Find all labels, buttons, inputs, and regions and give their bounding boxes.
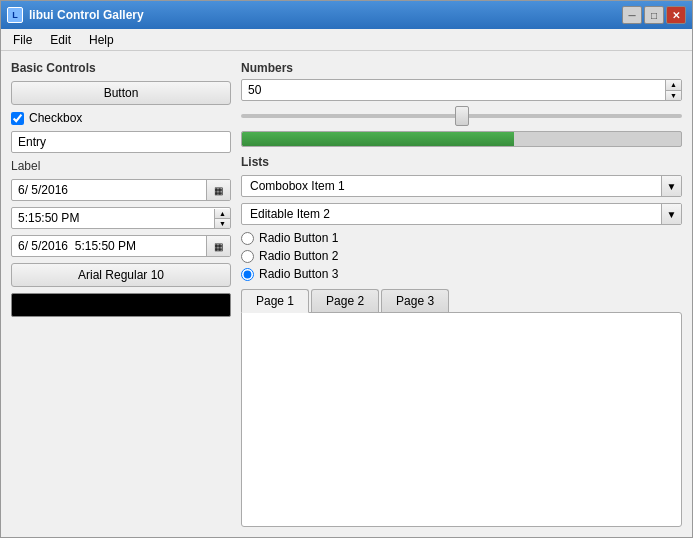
tab-content: [241, 312, 682, 527]
datetime-picker-button[interactable]: ▦: [206, 236, 230, 256]
entry-input[interactable]: [11, 131, 231, 153]
color-picker[interactable]: [11, 293, 231, 317]
number-spinner: ▲ ▼: [241, 79, 682, 101]
radio-group: Radio Button 1 Radio Button 2 Radio Butt…: [241, 231, 682, 281]
time-up-button[interactable]: ▲: [215, 209, 230, 219]
number-down-button[interactable]: ▼: [666, 91, 681, 101]
minimize-button[interactable]: ─: [622, 6, 642, 24]
combobox-value: Combobox Item 1: [242, 176, 661, 196]
progress-bar: [242, 132, 514, 146]
title-bar: L libui Control Gallery ─ □ ✕: [1, 1, 692, 29]
checkbox-label: Checkbox: [29, 111, 82, 125]
date-input[interactable]: [12, 180, 206, 200]
time-input[interactable]: [12, 208, 214, 228]
number-up-button[interactable]: ▲: [666, 80, 681, 91]
radio-button-1[interactable]: [241, 232, 254, 245]
radio-row-1: Radio Button 1: [241, 231, 682, 245]
checkbox-input[interactable]: [11, 112, 24, 125]
tab-page3[interactable]: Page 3: [381, 289, 449, 312]
button-control[interactable]: Button: [11, 81, 231, 105]
slider[interactable]: [241, 114, 682, 118]
slider-container: [241, 105, 682, 127]
datetime-input[interactable]: [12, 236, 206, 256]
app-icon: L: [7, 7, 23, 23]
lists-label: Lists: [241, 155, 682, 169]
radio-row-2: Radio Button 2: [241, 249, 682, 263]
menu-file[interactable]: File: [5, 31, 40, 49]
editable-combobox-arrow-icon[interactable]: ▼: [661, 204, 681, 224]
tabs-section: Page 1 Page 2 Page 3: [241, 289, 682, 527]
radio-button-3[interactable]: [241, 268, 254, 281]
font-picker-button[interactable]: Arial Regular 10: [11, 263, 231, 287]
menu-help[interactable]: Help: [81, 31, 122, 49]
window-title: libui Control Gallery: [29, 8, 144, 22]
progress-bar-container: [241, 131, 682, 147]
static-label: Label: [11, 159, 231, 173]
right-panel: Numbers ▲ ▼ Lists: [241, 61, 682, 527]
tab-bar: Page 1 Page 2 Page 3: [241, 289, 682, 312]
numbers-section: Numbers ▲ ▼: [241, 61, 682, 147]
close-button[interactable]: ✕: [666, 6, 686, 24]
main-content: Basic Controls Button Checkbox Label ▦ ▲…: [1, 51, 692, 537]
title-bar-buttons: ─ □ ✕: [622, 6, 686, 24]
editable-combobox: ▼: [241, 203, 682, 225]
number-spinner-input[interactable]: [242, 80, 665, 100]
time-spinner: ▲ ▼: [11, 207, 231, 229]
radio-label-1: Radio Button 1: [259, 231, 338, 245]
number-spinner-buttons: ▲ ▼: [665, 80, 681, 100]
time-down-button[interactable]: ▼: [215, 219, 230, 228]
editable-combobox-input[interactable]: [242, 204, 661, 224]
menu-edit[interactable]: Edit: [42, 31, 79, 49]
combobox[interactable]: Combobox Item 1 ▼: [241, 175, 682, 197]
title-bar-left: L libui Control Gallery: [7, 7, 144, 23]
numbers-label: Numbers: [241, 61, 682, 75]
datetime-picker: ▦: [11, 235, 231, 257]
checkbox-row: Checkbox: [11, 111, 231, 125]
combobox-arrow-icon: ▼: [661, 176, 681, 196]
radio-label-2: Radio Button 2: [259, 249, 338, 263]
menu-bar: File Edit Help: [1, 29, 692, 51]
radio-button-2[interactable]: [241, 250, 254, 263]
date-picker-button[interactable]: ▦: [206, 180, 230, 200]
left-panel: Basic Controls Button Checkbox Label ▦ ▲…: [11, 61, 231, 527]
date-picker: ▦: [11, 179, 231, 201]
maximize-button[interactable]: □: [644, 6, 664, 24]
main-window: L libui Control Gallery ─ □ ✕ File Edit …: [0, 0, 693, 538]
time-spinner-buttons: ▲ ▼: [214, 209, 230, 228]
tab-page2[interactable]: Page 2: [311, 289, 379, 312]
basic-controls-label: Basic Controls: [11, 61, 231, 75]
radio-row-3: Radio Button 3: [241, 267, 682, 281]
radio-label-3: Radio Button 3: [259, 267, 338, 281]
lists-section: Lists Combobox Item 1 ▼ ▼ Radio Button 1: [241, 155, 682, 281]
tab-page1[interactable]: Page 1: [241, 289, 309, 313]
